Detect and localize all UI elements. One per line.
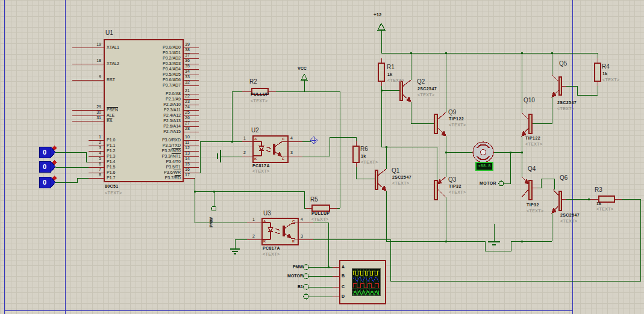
transistor-q10 (522, 112, 532, 136)
ref-r1: R1 (387, 64, 395, 70)
u1-pin-9-num: 9 (84, 75, 101, 79)
transistor-q4 (522, 177, 532, 200)
u1-pin-10-name: P3.0/RXD (111, 138, 181, 142)
u1-pin-6-num: 6 (84, 162, 101, 166)
u2-pin2-num: 2 (243, 150, 246, 155)
u1-pin-16-name: P3.6/WR (111, 170, 181, 174)
u1-pin-29-num: 29 (84, 105, 101, 109)
text-r1: <TEXT> (387, 78, 404, 82)
u3-letter-a: A (263, 220, 266, 223)
u1-pin-24-num: 24 (185, 105, 201, 109)
u1-pin-33-num: 33 (185, 75, 201, 79)
ref-u2: U2 (251, 128, 259, 134)
value-q1: 2SC2547 (392, 175, 411, 179)
plus12-power-icon (378, 23, 385, 30)
ref-q3: Q3 (448, 177, 456, 183)
ref-q2: Q2 (417, 79, 425, 85)
u1-pin-30-num: 30 (84, 110, 101, 114)
ref-u3: U3 (263, 211, 271, 217)
power-symbols[interactable] (301, 23, 385, 80)
scope-input-b1: B1 (267, 285, 303, 289)
u1-pin-39-name: P0.0/AD0 (111, 45, 181, 49)
schematic-canvas: U1 U2 U3 R1 R2 R3 R4 R5 R6 Q1 Q2 Q3 Q4 Q… (0, 0, 644, 314)
ground-bridge-icon (488, 242, 500, 245)
u1-pin-36-num: 36 (185, 58, 201, 63)
u1-pin-14-num: 14 (185, 156, 201, 161)
u3-pin3-num: 3 (301, 234, 303, 238)
value-q5: 2SC2547 (557, 100, 577, 105)
motor-rpm-value: +88.8 (477, 164, 492, 168)
u1-pin-10-num: 10 (185, 135, 201, 139)
u1-pin-18-num: 18 (84, 58, 101, 63)
u2-letter-e: E (282, 157, 284, 161)
value-r4: 1k (602, 72, 608, 76)
ref-r5: R5 (310, 197, 318, 203)
ref-r6: R6 (360, 146, 368, 152)
u1-pin-17-num: 17 (185, 173, 201, 177)
value-q10: TIP122 (525, 136, 540, 140)
u1-pin-1-num: 1 (84, 135, 101, 139)
resistor-r1 (378, 63, 384, 81)
scope-channel-b: B (342, 274, 345, 278)
vcc-label: VCC (298, 66, 307, 70)
text-u3: <TEXT> (263, 252, 280, 256)
text-q6: <TEXT> (560, 219, 577, 223)
u2-pin4-num: 4 (290, 136, 293, 140)
text-q9: <TEXT> (449, 123, 466, 127)
probe-3-value[interactable]: 0 (40, 179, 49, 186)
terminal-scope-c (304, 285, 308, 289)
u1-pin-23-num: 23 (185, 99, 201, 103)
probe-2-value[interactable]: 0 (40, 164, 49, 170)
u2-letter-k: K (254, 157, 257, 161)
text-q1: <TEXT> (392, 181, 409, 185)
junction-marker-icon (310, 137, 317, 144)
transistor-q5 (552, 75, 561, 97)
value-u2: PC817A (252, 164, 270, 168)
transistor-q9 (434, 112, 446, 136)
u1-pin-12-name: P3.2/INT0 (111, 149, 181, 153)
terminal-pmw-label: PMW (209, 217, 213, 227)
u1-pin-35-num: 35 (185, 64, 201, 68)
u1-pin-38-num: 38 (185, 48, 201, 52)
transistor-q2 (400, 80, 411, 102)
value-r6: 1k (361, 154, 366, 158)
value-u1: 80C51 (105, 184, 119, 188)
text-r3: <TEXT> (596, 207, 613, 211)
u1-pin-28-name: P2.7/A15 (111, 129, 181, 134)
scope-channel-c: C (342, 285, 345, 289)
value-q2: 2SC2547 (417, 87, 437, 91)
value-r5: PULLUP (311, 211, 330, 215)
resistor-r6 (353, 146, 359, 162)
resistor-r5 (312, 205, 330, 211)
oscilloscope[interactable] (340, 260, 386, 304)
u1-pin-3-num: 3 (84, 146, 101, 150)
probe-1-value[interactable]: 0 (40, 149, 49, 156)
u1-pin-17-name: P3.7/RD (111, 176, 181, 180)
u1-pin-35-name: P0.4/AD4 (111, 67, 181, 71)
u1-pin-13-num: 13 (185, 151, 201, 155)
u1-pin-24-name: P2.3/A11 (111, 108, 181, 112)
ref-q9: Q9 (448, 109, 456, 115)
vcc-power-icon (301, 74, 307, 80)
u1-pin-26-num: 26 (185, 115, 201, 120)
u1-pin-14-name: P3.4/T0 (111, 159, 181, 164)
plus12-label: +12 (374, 13, 382, 17)
transistor-q6 (552, 189, 561, 213)
u1-pin-34-name: P0.5/AD5 (111, 72, 181, 76)
ref-r2: R2 (249, 79, 257, 85)
value-q6: 2SC2547 (560, 213, 580, 217)
u2-pin1-num: 1 (243, 136, 246, 140)
text-q3: <TEXT> (449, 190, 466, 194)
u1-pin-5-num: 5 (84, 156, 101, 161)
u1-pin-32-name: P0.7/AD7 (111, 83, 181, 87)
text-q4: <TEXT> (527, 209, 543, 213)
u1-pin-22-num: 22 (185, 94, 201, 98)
terminal-scope-b (304, 274, 308, 279)
ref-r4: R4 (602, 64, 610, 70)
u1-pin-12-num: 12 (185, 146, 201, 150)
text-q2: <TEXT> (417, 93, 434, 97)
ref-u1: U1 (105, 30, 113, 36)
ref-r3: R3 (595, 187, 602, 193)
text-r5: <TEXT> (311, 217, 328, 221)
terminal-pmw (211, 206, 216, 211)
